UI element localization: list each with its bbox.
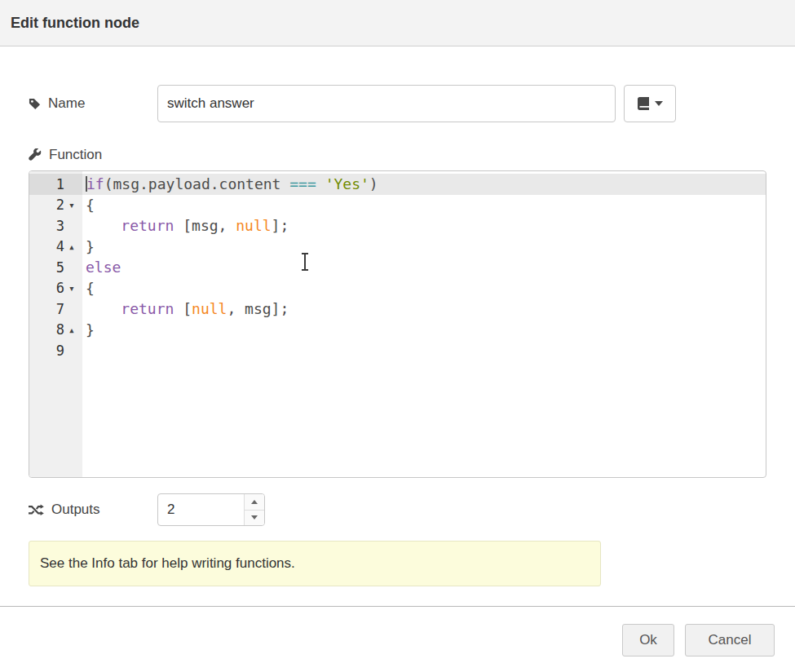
gutter-cell: 2▾ [29,195,82,216]
edit-function-node-dialog: Edit function node Name [0,0,795,657]
function-label: Function [29,147,157,163]
name-row: Name [29,85,766,122]
gutter-cell: 6▾ [29,278,82,299]
fold-close-icon[interactable]: ▴ [64,325,79,335]
code-line[interactable] [82,340,766,361]
function-label-text: Function [49,147,102,163]
function-code-editor: 12▾34▴56▾78▴9 if(msg.payload.content ===… [29,170,766,478]
dialog-header: Edit function node [0,0,795,46]
shuffle-icon [29,504,44,516]
arrow-down-icon [251,515,258,519]
dialog-title: Edit function node [11,15,139,32]
info-tip-text: See the Info tab for help writing functi… [40,555,295,572]
outputs-input[interactable] [158,494,244,525]
spinner-down-button[interactable] [245,510,264,526]
spinner-buttons [244,494,264,525]
fold-close-icon[interactable]: ▴ [64,241,79,252]
name-label-text: Name [48,95,85,112]
outputs-label-text: Outputs [51,502,100,518]
function-label-row: Function [29,146,766,164]
line-number: 3 [29,218,64,234]
code-line[interactable]: if(msg.payload.content === 'Yes') [82,174,766,195]
code-line[interactable]: return [null, msg]; [82,298,766,320]
name-input[interactable] [157,85,616,122]
fold-open-icon[interactable]: ▾ [64,283,79,294]
caret-down-icon [655,101,663,106]
gutter-cell: 1 [29,174,82,195]
info-tip: See the Info tab for help writing functi… [29,541,601,586]
gutter-cell: 8▴ [29,320,82,341]
name-label: Name [29,95,157,112]
dialog-body: Name Function 12▾34▴56▾78▴9 if(msg.payl [0,85,795,586]
dialog-footer: Ok Cancel [0,607,795,657]
wrench-icon [29,148,42,161]
line-number: 8 [29,321,64,338]
library-button[interactable] [624,85,676,122]
code-line[interactable]: return [msg, null]; [82,215,766,237]
fold-open-icon[interactable]: ▾ [64,200,79,210]
code-line[interactable]: else [82,257,766,278]
outputs-spinner [157,493,265,526]
editor-code-area[interactable]: if(msg.payload.content === 'Yes'){ retur… [82,171,766,477]
line-number: 7 [29,301,64,317]
gutter-cell: 7 [29,298,82,320]
spinner-up-button[interactable] [245,494,264,510]
code-line[interactable]: { [82,195,766,216]
line-number: 1 [29,176,64,192]
gutter-cell: 3 [29,215,82,237]
ok-button[interactable]: Ok [622,624,674,657]
outputs-label: Outputs [29,502,157,518]
code-line[interactable]: } [82,237,766,258]
code-line[interactable]: { [82,278,766,299]
tag-icon [29,98,41,110]
line-number: 6 [29,280,64,296]
code-line[interactable]: } [82,320,766,341]
cancel-button[interactable]: Cancel [685,624,775,657]
arrow-up-icon [251,500,258,504]
line-number: 4 [29,238,64,254]
gutter-cell: 9 [29,340,82,361]
line-number: 5 [29,259,64,276]
book-icon [638,97,649,110]
gutter-cell: 5 [29,257,82,278]
line-number: 9 [29,343,64,359]
gutter-cell: 4▴ [29,237,82,258]
line-number: 2 [29,197,64,213]
outputs-row: Outputs [29,493,766,526]
editor-gutter: 12▾34▴56▾78▴9 [29,171,82,477]
